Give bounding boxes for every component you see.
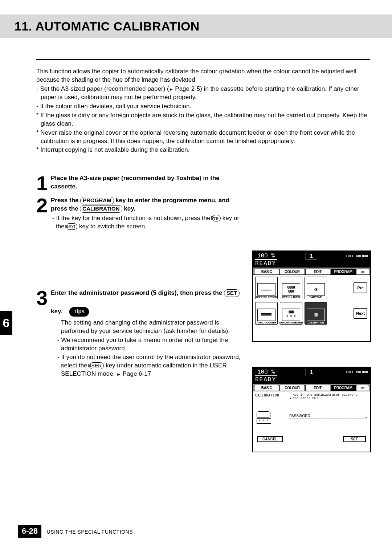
ready-status: READY: [255, 260, 368, 267]
step-number: 2: [36, 196, 51, 231]
lcd-body: USER SELECTION 8888888WEEKLY TIMER ◷DATE…: [253, 274, 370, 332]
full-colour-label: FULL COLOUR: [346, 371, 368, 374]
full-colour-label: FULL COLOUR: [346, 254, 368, 258]
intro-note: * Never raise the original cover or the …: [36, 129, 370, 146]
step-number: 3: [36, 289, 51, 379]
zoom-value: 100 %: [255, 369, 277, 376]
copy-count: 1: [306, 369, 317, 376]
intro-bullet: - If the colour often deviates, call you…: [36, 102, 370, 111]
cancel-button[interactable]: CANCEL: [257, 436, 283, 442]
intro-bullet: - Set the A3-sized paper (recommended pa…: [36, 85, 370, 102]
tab-colour[interactable]: COLOUR: [279, 385, 305, 391]
set-key: SET: [224, 289, 240, 297]
intro-note: * Interrupt copying is not available dur…: [36, 146, 370, 154]
tip-item: - The setting and changing of the admini…: [61, 319, 243, 335]
lcd-tabs: BASIC COLOUR EDIT PROGRAM ▭: [253, 268, 370, 274]
tab-settings-icon[interactable]: ▭: [356, 385, 369, 391]
copy-count: 1: [306, 253, 317, 260]
tab-basic[interactable]: BASIC: [254, 269, 279, 274]
password-row: PASSWORD _: [289, 414, 367, 419]
step-number: 1: [36, 174, 51, 192]
pre-key: Pre: [212, 215, 221, 222]
set-button[interactable]: SET: [343, 436, 366, 442]
tab-program[interactable]: PROGRAM: [331, 269, 356, 274]
zoom-value: 100 %: [255, 253, 277, 260]
intro-block: This function allows the copier to autom…: [36, 68, 370, 154]
password-label: PASSWORD: [289, 414, 310, 418]
tips-badge: Tips: [69, 307, 89, 316]
lcd-header: 100 % 1 FULL COLOUR READY: [253, 251, 370, 268]
pre-button[interactable]: Pre: [354, 282, 367, 293]
pointer-icon: [169, 85, 173, 92]
total-counter-button[interactable]: TOTAL COUNTER: [255, 302, 278, 325]
tip-item: - We recommend you to take a memo in ord…: [61, 336, 243, 353]
calibration-button[interactable]: ▨CALIBRATION: [305, 302, 327, 325]
lcd-screen-program-menu: 100 % 1 FULL COLOUR READY BASIC COLOUR E…: [252, 250, 371, 342]
tab-edit[interactable]: EDIT: [305, 269, 330, 274]
password-prompt: Key in the administrator password and pr…: [290, 394, 358, 400]
next-key: Next: [66, 223, 77, 230]
weekly-timer-button[interactable]: 8888888WEEKLY TIMER: [280, 277, 302, 299]
keyboard-entry: ＊＊＊: [257, 418, 271, 424]
tab-colour[interactable]: COLOUR: [279, 269, 305, 274]
page-number: 6-28: [18, 525, 41, 538]
tab-edit[interactable]: EDIT: [305, 385, 330, 391]
chapter-side-tab: 6: [0, 311, 12, 335]
step-subtext: - If the key for the desired function is…: [56, 214, 243, 231]
step-2: 2 Press the PROGRAM key to enter the pro…: [36, 196, 370, 231]
lcd-header: 100 % 1 FULL COLOUR READY: [253, 367, 370, 384]
step-text: Place the A3-size paper (recommended by …: [51, 175, 220, 190]
footer-text: USING THE SPECIAL FUNCTIONS: [47, 529, 133, 535]
lcd-tabs: BASIC COLOUR EDIT PROGRAM ▭: [253, 384, 370, 391]
tab-basic[interactable]: BASIC: [254, 385, 279, 391]
tips-list: - The setting and changing of the admini…: [61, 319, 243, 379]
next-button[interactable]: Next: [354, 308, 367, 319]
program-key: PROGRAM: [80, 197, 114, 204]
user-key: USER: [89, 362, 104, 369]
ready-status: READY: [255, 376, 368, 383]
footer: 6-28 USING THE SPECIAL FUNCTIONS: [18, 525, 370, 538]
date-time-button[interactable]: ◷DATE/TIME: [305, 277, 327, 299]
lcd-body: CALIBRATION Key in the administrator pas…: [253, 391, 370, 444]
keyboard-icon: [257, 411, 271, 418]
calibration-title: CALIBRATION: [255, 394, 279, 398]
lcd-screen-calibration-password: 100 % 1 FULL COLOUR READY BASIC COLOUR E…: [252, 367, 371, 452]
step-1: 1 Place the A3-size paper (recommended b…: [36, 174, 370, 192]
intro-note: * If the glass is dirty or any foreign o…: [36, 111, 370, 128]
password-value: _: [365, 414, 367, 418]
calibration-key: CALIBRATION: [80, 205, 122, 213]
chapter-banner: 11. AUTOMATIC CALIBRATION: [0, 15, 392, 38]
divider: [36, 59, 370, 60]
intro-para: This function allows the copier to autom…: [36, 68, 370, 84]
tip-item: - If you do not need the user control by…: [61, 353, 243, 378]
user-selection-button[interactable]: USER SELECTION: [255, 277, 278, 299]
pointer-icon: [117, 370, 121, 377]
tab-program[interactable]: PROGRAM: [331, 385, 356, 391]
chapter-title: 11. AUTOMATIC CALIBRATION: [15, 19, 392, 33]
tab-settings-icon[interactable]: ▭: [356, 269, 369, 274]
dept-management-button[interactable]: ⌨＊＊＊DEPT.MANAGEMENT: [280, 302, 302, 325]
